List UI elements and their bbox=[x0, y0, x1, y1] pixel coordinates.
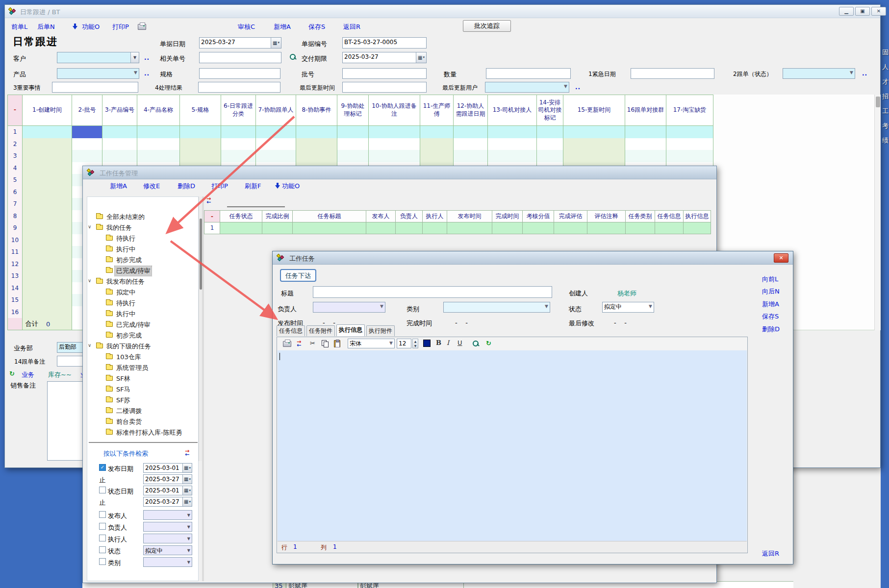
filter-date-field[interactable]: 2025-03-01▦▾ bbox=[143, 486, 192, 495]
grid-cell[interactable] bbox=[23, 306, 72, 319]
grid-cell[interactable] bbox=[180, 138, 221, 151]
task-grid-column-header[interactable]: 执行信息 bbox=[684, 211, 711, 222]
print-icon[interactable] bbox=[283, 341, 291, 347]
task-grid-cell[interactable] bbox=[554, 222, 587, 234]
filter-checkbox[interactable]: ✓ bbox=[99, 464, 106, 471]
filter-combo[interactable]: ▼ bbox=[143, 557, 192, 567]
calendar-icon[interactable]: ▦▾ bbox=[416, 52, 426, 63]
dropdown-arrow-icon[interactable]: ▼ bbox=[850, 71, 853, 75]
grid-column-header[interactable]: 11-生产师傅 bbox=[420, 95, 454, 126]
grid-cell[interactable] bbox=[23, 126, 72, 139]
grid-column-header[interactable]: 4-产品名称 bbox=[137, 95, 180, 126]
grid-cell[interactable] bbox=[180, 150, 221, 163]
grid-cell[interactable] bbox=[369, 150, 420, 163]
search-icon[interactable] bbox=[289, 53, 297, 61]
grid-cell[interactable] bbox=[488, 138, 537, 151]
grid-cell[interactable] bbox=[369, 126, 420, 139]
grid-column-header[interactable]: 2-批号 bbox=[72, 95, 102, 126]
grid-cell[interactable] bbox=[23, 270, 72, 283]
grid-cell[interactable] bbox=[102, 150, 137, 163]
task-grid-cell[interactable] bbox=[523, 222, 554, 234]
filter-checkbox[interactable] bbox=[99, 546, 106, 553]
category-combo[interactable]: ▼ bbox=[443, 302, 550, 313]
grid-cell[interactable] bbox=[23, 246, 72, 259]
filter-combo[interactable]: ▼ bbox=[143, 510, 192, 520]
task-dialog-titlebar[interactable]: 工作任务 ✕ bbox=[273, 251, 793, 265]
task-grid-column-header[interactable]: 任务状态 bbox=[220, 211, 262, 222]
task-grid-column-header[interactable]: 执行人 bbox=[423, 211, 447, 222]
grid-cell[interactable] bbox=[137, 138, 180, 151]
task-grid-column-header[interactable]: 评估注释 bbox=[587, 211, 626, 222]
copy-icon[interactable] bbox=[322, 340, 328, 347]
filter-combo[interactable]: ▼ bbox=[143, 534, 192, 543]
product-combo[interactable]: ▼ bbox=[57, 68, 139, 79]
grid-cell[interactable] bbox=[563, 126, 625, 139]
urgent-date-field[interactable] bbox=[631, 68, 714, 79]
dropdown-arrow-icon[interactable]: ▼ bbox=[649, 304, 652, 309]
task-grid-corner[interactable]: - bbox=[204, 211, 220, 222]
grid-cell[interactable] bbox=[537, 138, 563, 151]
grid-cell[interactable] bbox=[666, 138, 713, 151]
filter-checkbox[interactable] bbox=[99, 535, 106, 541]
nav-link[interactable]: 保存S bbox=[762, 312, 779, 321]
grid-vertical-scrollbar[interactable] bbox=[874, 95, 881, 330]
grid-column-header[interactable]: 5-规格 bbox=[180, 95, 221, 126]
grid-cell[interactable] bbox=[537, 150, 563, 163]
grid-cell[interactable] bbox=[221, 126, 256, 139]
dropdown-arrow-icon[interactable]: ▼ bbox=[187, 537, 190, 541]
swap-columns-icon[interactable]: →← bbox=[206, 197, 214, 204]
task-grid-column-header[interactable]: 任务信息 bbox=[655, 211, 684, 222]
tab-任务信息[interactable]: 任务信息 bbox=[277, 325, 305, 336]
grid-cell[interactable] bbox=[72, 126, 102, 139]
grid-column-header[interactable]: 13-司机对接人 bbox=[488, 95, 537, 126]
grid-cell[interactable] bbox=[420, 126, 454, 139]
grid-cell[interactable] bbox=[23, 162, 72, 175]
font-combo[interactable]: 宋体▼ bbox=[348, 339, 395, 348]
grid-cell[interactable] bbox=[23, 258, 72, 271]
dropdown-arrow-icon[interactable]: ▼ bbox=[134, 71, 137, 75]
refresh-icon[interactable]: ↻ bbox=[486, 340, 491, 347]
dropdown-arrow-icon[interactable]: ▼ bbox=[545, 304, 548, 309]
grid-cell[interactable] bbox=[337, 150, 369, 163]
grid-cell[interactable] bbox=[23, 210, 72, 223]
grid-cell[interactable] bbox=[23, 138, 72, 151]
task-grid[interactable]: -1任务状态完成比例任务标题发布人负责人执行人发布时间完成时间考核分值完成评估评… bbox=[204, 210, 711, 234]
maximize-button[interactable]: ▣ bbox=[855, 7, 870, 16]
dropdown-arrow-icon[interactable]: ▼ bbox=[380, 304, 383, 309]
grid-cell[interactable] bbox=[296, 150, 337, 163]
dropdown-arrow-icon[interactable]: ▼ bbox=[564, 84, 567, 89]
calendar-icon[interactable]: ▦▾ bbox=[182, 497, 192, 506]
customer-combo[interactable]: ▼ bbox=[57, 52, 139, 63]
paste-icon[interactable] bbox=[334, 340, 340, 347]
grid-row-number[interactable]: 16 bbox=[8, 306, 23, 319]
grid-row-number[interactable]: 13 bbox=[8, 270, 23, 283]
nav-link[interactable]: 向前L bbox=[762, 275, 778, 284]
minimize-button[interactable]: ▁ bbox=[839, 7, 854, 16]
prev-doc-link[interactable]: 前单L bbox=[11, 23, 27, 31]
grid-cell[interactable] bbox=[337, 126, 369, 139]
dropdown-arrow-icon[interactable]: ▼ bbox=[187, 560, 190, 564]
save-link[interactable]: 保存S bbox=[308, 23, 325, 31]
grid-corner[interactable]: - bbox=[8, 95, 23, 126]
print-link[interactable]: 打印P bbox=[112, 23, 129, 31]
grid-row-number[interactable]: 14 bbox=[8, 282, 23, 295]
grid-cell[interactable] bbox=[137, 126, 180, 139]
grid-column-header[interactable]: 1-创建时间 bbox=[23, 95, 72, 126]
find-icon[interactable] bbox=[472, 340, 480, 347]
close-icon[interactable]: ✕ bbox=[774, 253, 788, 263]
grid-row-number[interactable]: 2 bbox=[8, 138, 23, 151]
grid-cell[interactable] bbox=[625, 138, 666, 151]
last-update-user-more-link[interactable]: .. bbox=[575, 84, 581, 91]
grid-column-header[interactable]: 10-协助人跟进备注 bbox=[369, 95, 420, 126]
add-link[interactable]: 新增A bbox=[274, 23, 291, 31]
grid-column-header[interactable]: 12-协助人需跟进日期 bbox=[454, 95, 488, 126]
filter-date-field[interactable]: 2025-03-27▦▾ bbox=[143, 497, 192, 507]
task-grid-column-header[interactable]: 考核分值 bbox=[523, 211, 554, 222]
tm-refresh-link[interactable]: 刷新F bbox=[245, 182, 261, 191]
last-update-user-combo[interactable]: ▼ bbox=[485, 82, 569, 93]
grid-cell[interactable] bbox=[23, 222, 72, 235]
grid-cell[interactable] bbox=[102, 138, 137, 151]
printer-icon[interactable] bbox=[138, 24, 146, 30]
grid-cell[interactable] bbox=[454, 126, 488, 139]
stock-link[interactable]: 库存~~ bbox=[48, 370, 72, 379]
